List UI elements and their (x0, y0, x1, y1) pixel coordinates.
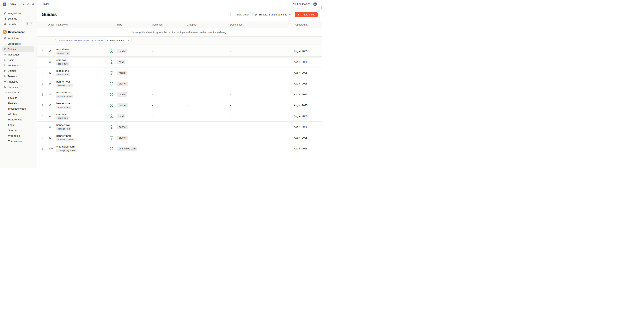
environment-switcher[interactable]: Development (2, 29, 34, 35)
knock-logo: k (3, 2, 6, 6)
table-row[interactable]: #9 banner-three banner-three banner - - … (37, 133, 322, 143)
sidebar-item-guides[interactable]: Guides (2, 46, 34, 52)
user-avatar-icon[interactable] (313, 2, 317, 6)
col-header-audience: Audience (151, 23, 186, 26)
table-row[interactable]: #2 card-two card-two card - - - Aug 4, 2… (37, 57, 322, 67)
sidebar-item-label: Messages (8, 53, 20, 56)
developers-label: Developers (4, 91, 16, 94)
sidebar-item-tenants[interactable]: Tenants (2, 73, 34, 79)
sidebar-item-broadcasts[interactable]: Broadcasts (2, 41, 34, 46)
row-url-path: - (186, 93, 229, 96)
guide-type-badge: banner (117, 82, 128, 86)
drag-handle[interactable] (37, 104, 48, 107)
sidebar-item-analytics[interactable]: Analytics (2, 79, 34, 84)
sidebar: k Knock Integrations Settings Search ⌘ K (0, 0, 37, 168)
check-circle-icon (110, 136, 114, 140)
table-row[interactable]: #8 banner-two banner-two banner - - - Au… (37, 122, 322, 133)
environment-icon (3, 30, 7, 34)
table-row[interactable]: #1 modal-two modal-two modal - - - Aug 4… (37, 46, 322, 57)
chevron-down-icon (30, 31, 32, 33)
drag-handle[interactable] (37, 72, 48, 74)
drag-handle[interactable] (37, 82, 48, 85)
col-header-url-path: URL path (186, 23, 229, 26)
workspace-switcher-icon[interactable] (23, 3, 25, 5)
guide-key-badge: changelog-card (56, 149, 77, 152)
sidebar-sub-item[interactable]: Message types (8, 106, 34, 111)
throttle-dropdown-button[interactable]: Throttle: 1 guide at a time (252, 12, 293, 17)
guide-type-badge: banner (117, 136, 128, 140)
row-type: modal (108, 92, 151, 97)
developers-section-toggle[interactable]: Developers (2, 90, 34, 95)
row-type: banner (108, 103, 151, 108)
sidebar-sub-item[interactable]: Webhooks (8, 133, 34, 139)
scrollbar-thumb[interactable] (321, 6, 322, 9)
row-updated-at: Aug 4, 2025 (263, 136, 322, 139)
feedback-button[interactable]: Feedback? (293, 2, 310, 5)
notifications-bell-icon[interactable] (27, 3, 30, 5)
guide-key-badge: modal-two (56, 51, 70, 55)
immediate-drop-zone[interactable]: Move guides here to ignore the throttle … (37, 28, 322, 36)
drag-handle[interactable] (37, 115, 48, 118)
row-updated-at: Aug 4, 2025 (263, 71, 322, 74)
sidebar-item-objects[interactable]: Objects (2, 68, 34, 73)
sidebar-sub-item-label: Layouts (8, 96, 17, 99)
layers-icon (4, 37, 6, 40)
sidebar-sub-item[interactable]: API keys (8, 111, 34, 117)
row-description: - (229, 50, 263, 53)
sidebar-sub-item[interactable]: Logs (8, 122, 34, 128)
chevron-down-icon (18, 91, 20, 94)
sidebar-item-integrations[interactable]: Integrations (2, 10, 34, 16)
sidebar-item-workflows[interactable]: Workflows (2, 35, 34, 41)
page-title: Guides (42, 12, 57, 17)
search-icon (4, 23, 6, 25)
sidebar-item-users[interactable]: Users (2, 57, 34, 63)
chevron-down-icon (127, 39, 129, 42)
table-row[interactable]: #4 banner-four banner-four banner - - - … (37, 78, 322, 89)
table-row[interactable]: #10 changelog-card changelog-card change… (37, 143, 322, 154)
throttle-divider-link[interactable]: Guides below this row will be throttled … (53, 39, 102, 42)
col-header-name-key: Name/Key (56, 23, 108, 26)
throttle-value-select[interactable]: 1 guide at a time (104, 38, 132, 43)
guide-key-badge: card-one (56, 116, 69, 120)
row-updated-at: Aug 4, 2025 (263, 93, 322, 96)
row-audience: - (151, 126, 186, 128)
drag-handle[interactable] (37, 126, 48, 128)
create-guide-button[interactable]: Create guide (295, 12, 318, 17)
breadcrumb: Guides (42, 2, 49, 5)
sidebar-item-search[interactable]: Search ⌘ K (2, 21, 34, 27)
drag-handle[interactable] (37, 50, 48, 53)
sidebar-sub-item[interactable]: Translations (8, 139, 34, 144)
sidebar-item-audiences[interactable]: Audiences (2, 63, 34, 68)
guide-type-badge: card (117, 114, 125, 118)
sidebar-sub-item[interactable]: Sources (8, 128, 34, 133)
sidebar-item-settings[interactable]: Settings (2, 16, 34, 21)
save-order-button[interactable]: Save order (230, 12, 251, 17)
row-url-path: - (186, 147, 229, 150)
row-order: #7 (48, 115, 56, 118)
users-icon (4, 59, 6, 61)
search-icon[interactable] (32, 3, 34, 5)
sidebar-item-commits[interactable]: Commits (2, 84, 34, 90)
row-type: banner (108, 125, 151, 129)
row-audience: - (151, 104, 186, 107)
row-order: #3 (48, 71, 56, 74)
drag-handle[interactable] (37, 61, 48, 63)
cmd-key: ⌘ (26, 22, 29, 26)
sidebar-item-label: Search (8, 23, 16, 25)
table-row[interactable]: #5 modal-three modal-three modal - - - A… (37, 89, 322, 100)
drag-handle[interactable] (37, 93, 48, 96)
guide-type-badge: card (117, 60, 125, 64)
sidebar-sub-item[interactable]: Preferences (8, 117, 34, 122)
sidebar-sub-item[interactable]: Partials (8, 101, 34, 106)
drag-handle[interactable] (37, 147, 48, 150)
row-updated-at: Aug 4, 2025 (263, 126, 322, 128)
row-updated-at: Aug 4, 2025 (263, 60, 322, 63)
user-check-icon (4, 64, 6, 67)
table-row[interactable]: #6 banner-one banner-one banner - - - Au… (37, 100, 322, 111)
guide-type-badge: banner (117, 103, 128, 108)
table-row[interactable]: #7 card-one card-one card - - - Aug 4, 2… (37, 111, 322, 122)
sidebar-sub-item[interactable]: Layouts (8, 95, 34, 101)
table-row[interactable]: #3 modal-one modal-one modal - - - Aug 4… (37, 67, 322, 78)
drag-handle[interactable] (37, 137, 48, 139)
sidebar-item-messages[interactable]: Messages (2, 52, 34, 57)
